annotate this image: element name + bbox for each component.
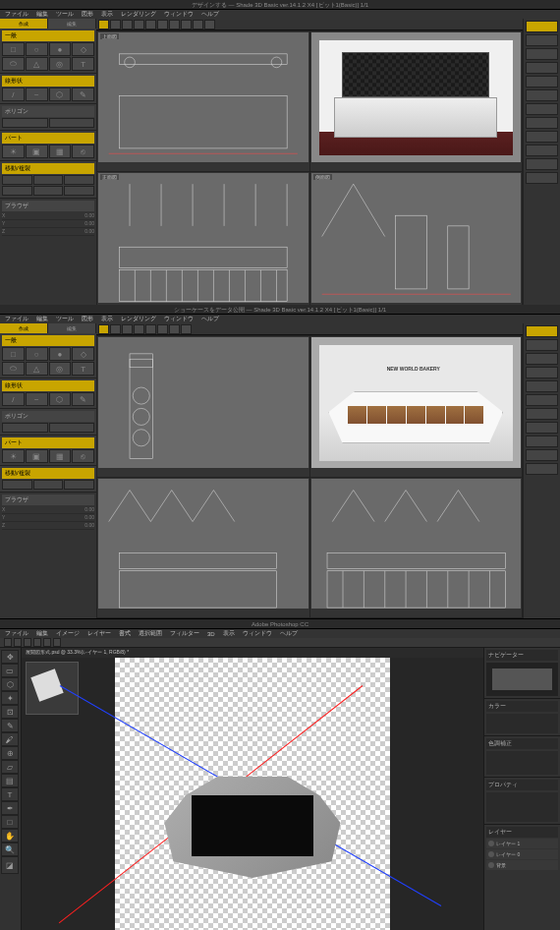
vp-btn-1[interactable] [110,324,121,334]
tool-link[interactable]: ⎋ [72,145,94,158]
canvas[interactable] [22,658,483,930]
stamp-tool[interactable]: ⊕ [1,746,19,760]
menu-layer[interactable]: レイヤー [87,629,111,638]
menu-view[interactable]: 表示 [101,10,113,19]
opt-3[interactable] [24,638,31,647]
menu-window[interactable]: ウィンドウ [164,10,194,19]
vp-mode-icon[interactable] [98,20,109,29]
menu-file[interactable]: ファイル [5,315,28,323]
viewport-perspective[interactable] [310,31,523,171]
rp-b1[interactable] [526,339,558,351]
tool-sub2[interactable] [49,118,95,128]
menu-tools[interactable]: ツール [56,315,74,323]
marquee-tool[interactable]: ▭ [1,664,19,677]
menu-help[interactable]: ヘルプ [201,315,219,323]
vp-btn-2[interactable] [122,324,133,334]
tool-mv6[interactable] [64,186,94,196]
menu-filter[interactable]: フィルター [170,629,199,638]
rp-b3[interactable] [526,367,558,378]
tool-circle[interactable]: ○ [26,347,48,361]
pen-tool[interactable]: ✒ [1,801,19,815]
rp-b10[interactable] [526,158,558,170]
opt-5[interactable] [43,638,51,647]
tool-mv2[interactable] [33,480,64,490]
tool-sphere[interactable]: ● [49,42,72,56]
tool-sub1[interactable] [2,423,48,433]
tool-mv4[interactable] [2,186,32,196]
color-panel-hdr[interactable]: カラー [486,701,558,712]
rp-b9[interactable] [526,145,558,156]
menu-image[interactable]: イメージ [56,629,80,638]
tool-curve[interactable]: ~ [26,87,48,101]
lasso-tool[interactable]: ⬡ [1,677,19,691]
tool-line[interactable]: / [2,87,25,101]
wand-tool[interactable]: ✦ [1,691,19,705]
menu-edit[interactable]: 編集 [36,629,48,638]
tool-poly[interactable]: ⬡ [49,87,72,101]
tool-rect[interactable]: □ [2,42,25,56]
visibility-icon[interactable] [488,841,494,846]
viewport-perspective[interactable]: NEW WORLD BAKERY [310,336,523,477]
viewport-toolbar[interactable] [96,323,523,335]
tool-sphere[interactable]: ● [49,347,72,361]
tool-group[interactable]: ▦ [49,449,72,463]
eraser-tool[interactable]: ▱ [1,760,19,774]
tool-torus[interactable]: ◎ [49,362,72,376]
rp-b2[interactable] [526,353,558,365]
vp-btn-5[interactable] [157,324,168,334]
tool-cam[interactable]: ▣ [26,145,48,158]
menu-select[interactable]: 選択範囲 [139,629,162,638]
tool-light[interactable]: ☀ [2,449,25,463]
adjust-panel-hdr[interactable]: 色調補正 [486,738,558,749]
vp-btn-7[interactable] [181,324,192,334]
rp-b10[interactable] [526,463,558,475]
vp-btn-4[interactable] [145,20,156,29]
opt-1[interactable] [4,638,12,647]
layer-row[interactable]: レイヤー 0 [486,849,558,859]
tool-cube[interactable]: ◇ [72,347,94,361]
vp-btn-1[interactable] [110,20,121,29]
tool-line[interactable]: / [2,392,25,406]
tool-mv3[interactable] [64,480,94,490]
tool-text[interactable]: T [72,57,94,71]
menu-3d[interactable]: 3D [207,631,215,637]
rp-b5[interactable] [526,89,558,101]
viewport-top[interactable]: 上面図 [97,31,309,171]
menu-window[interactable]: ウィンドウ [164,315,194,323]
layers-panel-hdr[interactable]: レイヤー [486,827,558,838]
menu-bar[interactable]: ファイル 編集 イメージ レイヤー 書式 選択範囲 フィルター 3D 表示 ウィ… [0,629,560,638]
options-bar[interactable] [0,638,560,648]
vp-btn-6[interactable] [169,324,180,334]
tool-cyl[interactable]: ⬭ [2,362,25,376]
viewport-toolbar[interactable] [96,19,523,30]
menu-help[interactable]: ヘルプ [280,629,298,638]
tool-cam[interactable]: ▣ [26,449,48,463]
rp-color-icon[interactable] [526,325,558,337]
rp-b7[interactable] [526,117,558,129]
tool-mv5[interactable] [33,186,64,196]
layer-row[interactable]: 背景 [486,860,558,870]
tool-light[interactable]: ☀ [2,145,25,158]
move-tool[interactable]: ✥ [1,650,19,664]
viewport-front[interactable]: 正面図 [97,172,309,312]
tool-cube[interactable]: ◇ [72,42,94,56]
rp-b11[interactable] [526,172,558,184]
rp-b2[interactable] [526,48,558,60]
tool-circle[interactable]: ○ [26,42,48,56]
tool-free[interactable]: ✎ [72,87,94,101]
menu-view[interactable]: 表示 [101,315,113,323]
layer-row[interactable]: レイヤー 1 [486,839,558,848]
vp-btn-3[interactable] [134,20,144,29]
tool-rect[interactable]: □ [2,347,25,361]
rp-b9[interactable] [526,449,558,461]
menu-window[interactable]: ウィンドウ [243,629,272,638]
vp-btn-8[interactable] [193,20,203,29]
zoom-tool[interactable]: 🔍 [1,843,19,856]
viewport-front[interactable] [97,478,309,618]
menu-render[interactable]: レンダリング [121,10,156,19]
rp-color-icon[interactable] [526,21,558,32]
opt-2[interactable] [14,638,22,647]
viewport-top[interactable] [97,336,309,477]
tool-mv1[interactable] [2,480,32,490]
eyedropper-tool[interactable]: ✎ [1,719,19,732]
